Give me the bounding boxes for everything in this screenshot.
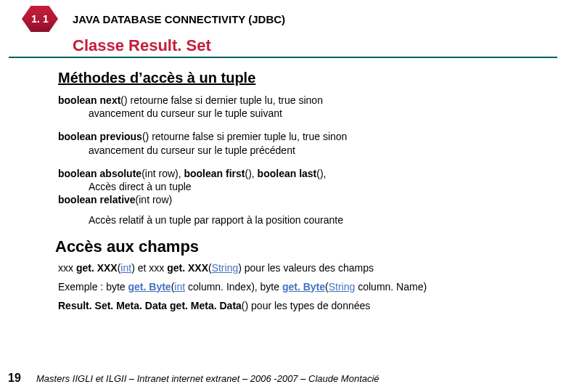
type-int: int [120,262,131,274]
slide-header: 1. 1 JAVA DATABASE CONNECTIVITY (JDBC) [0,0,566,32]
method-link: get. Byte [282,281,325,293]
field-access-example: Exemple : byte get. Byte(int column. Ind… [58,281,553,293]
method-absolute-first-last: boolean absolute(int row), boolean first… [58,167,553,227]
method-description: Accès direct à un tuple [58,180,553,193]
type-string: String [329,281,356,293]
method-tail: () retourne false si premier tuple lu, t… [142,131,347,142]
method-tail: () pour les types de données [242,300,370,311]
method-sig-a: boolean absolute [58,168,142,179]
subheading-fields: Accès aux champs [55,237,553,256]
txt: column. Index), byte [185,281,282,293]
method-paren-a: (int row), [142,168,184,179]
method-paren-d: (int row) [136,194,173,205]
header-title: JAVA DATABASE CONNECTIVITY (JDBC) [73,13,285,25]
section-title: Classe Result. Set [73,36,566,55]
txt: Exemple : byte [58,281,128,293]
slide-footer: 19 Masters IIGLI et ILGII – Intranet int… [0,372,566,385]
method-name: get. XXX [167,262,208,274]
method-tail: () retourne false si dernier tuple lu, t… [120,94,323,106]
method-description-2: Accès relatif à un tuple par rapport à l… [58,213,553,226]
txt: ) et xxx [131,262,167,274]
method-signature: boolean next [58,94,120,106]
txt: ) pour les valeurs des champs [238,262,374,274]
method-description: avancement du curseur sur le tuple précé… [58,144,553,157]
method-sig-d: boolean relative [58,194,136,205]
method-link: get. Byte [128,281,171,293]
method-description: avancement du curseur sur le tuple suiva… [58,107,553,120]
field-access-pattern: xxx get. XXX(int) et xxx get. XXX(String… [58,262,553,274]
method-paren-b: (), [245,168,257,179]
subheading-methods: Méthodes d’accès à un tuple [58,70,553,86]
method-signature: Result. Set. Meta. Data get. Meta. Data [58,300,242,311]
type-string: String [212,262,239,274]
txt: column. Name) [355,281,427,293]
txt: xxx [58,262,76,274]
footer-text: Masters IIGLI et ILGII – Intranet intern… [36,373,380,384]
metadata-method: Result. Set. Meta. Data get. Meta. Data(… [58,300,553,311]
method-next: boolean next() retourne false si dernier… [58,94,553,120]
method-sig-c: boolean last [258,168,317,179]
method-paren-c: (), [316,168,326,179]
method-sig-b: boolean first [184,168,245,179]
section-number-badge: 1. 1 [22,6,58,32]
method-previous: boolean previous() retourne false si pre… [58,130,553,156]
method-name: get. XXX [76,262,118,274]
type-int: int [174,281,185,293]
section-number: 1. 1 [31,13,48,25]
method-signature: boolean previous [58,131,142,142]
page-number: 19 [0,372,29,385]
content-area: Méthodes d’accès à un tuple boolean next… [0,58,566,311]
